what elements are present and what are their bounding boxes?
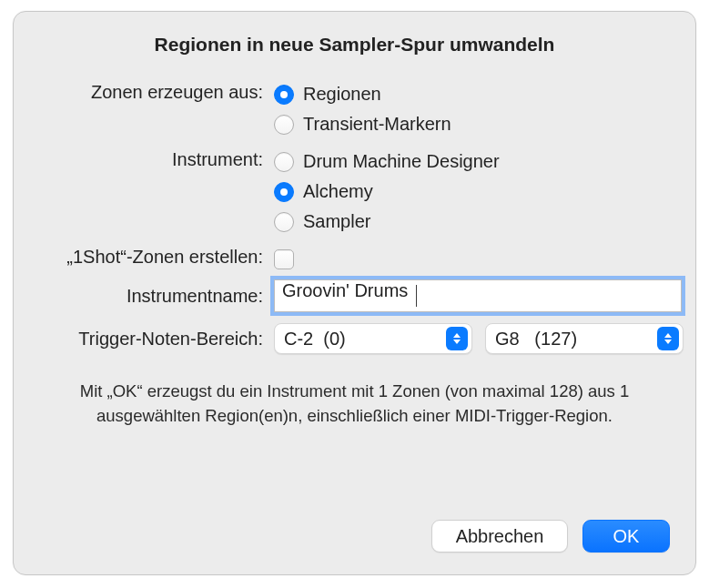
trigger-range-low-value: C-2 (0)	[284, 329, 446, 350]
text-caret-icon	[416, 285, 417, 307]
trigger-range-high-select[interactable]: G8 (127)	[485, 323, 684, 354]
chevron-up-down-icon	[657, 327, 679, 350]
radio-icon	[274, 212, 294, 232]
radio-option-dmd[interactable]: Drum Machine Designer	[274, 147, 670, 177]
radio-option-transients[interactable]: Transient-Markern	[274, 109, 670, 139]
instrument-name-input[interactable]: Groovin' Drums	[274, 279, 682, 312]
dialog: Regionen in neue Sampler-Spur umwandeln …	[13, 11, 696, 575]
instrument-name-value: Groovin' Drums	[280, 280, 408, 300]
trigger-range-high-value: G8 (127)	[495, 329, 657, 350]
radio-label-sampler: Sampler	[303, 211, 370, 232]
ok-button[interactable]: OK	[582, 520, 670, 553]
row-instrument: Instrument: Drum Machine Designer Alchem…	[39, 147, 670, 237]
radio-icon	[274, 115, 294, 135]
radio-option-sampler[interactable]: Sampler	[274, 207, 670, 237]
button-bar: Abbrechen OK	[431, 520, 670, 553]
dialog-title: Regionen in neue Sampler-Spur umwandeln	[39, 34, 670, 56]
radio-label-transients: Transient-Markern	[303, 114, 451, 135]
label-trigger-range: Trigger-Noten-Bereich:	[39, 329, 274, 350]
label-oneshot: „1Shot“-Zonen erstellen:	[39, 244, 274, 268]
label-instrument: Instrument:	[39, 147, 274, 170]
cancel-button[interactable]: Abbrechen	[431, 520, 568, 553]
radio-label-dmd: Drum Machine Designer	[303, 151, 500, 172]
row-trigger-range: Trigger-Noten-Bereich: C-2 (0) G8 (127)	[39, 323, 670, 354]
radio-option-alchemy[interactable]: Alchemy	[274, 177, 670, 207]
radio-label-regions: Regionen	[303, 84, 381, 105]
radio-label-alchemy: Alchemy	[303, 181, 373, 202]
radio-icon	[274, 85, 294, 105]
radio-option-regions[interactable]: Regionen	[274, 79, 670, 109]
form: Zonen erzeugen aus: Regionen Transient-M…	[39, 79, 670, 354]
chevron-up-down-icon	[446, 327, 468, 350]
row-instrument-name: Instrumentname: Groovin' Drums	[39, 279, 670, 312]
label-instrument-name: Instrumentname:	[39, 286, 274, 307]
label-zones-from: Zonen erzeugen aus:	[39, 79, 274, 103]
info-text: Mit „OK“ erzeugst du ein Instrument mit …	[39, 380, 670, 429]
row-oneshot: „1Shot“-Zonen erstellen:	[39, 244, 670, 274]
row-zones-from: Zonen erzeugen aus: Regionen Transient-M…	[39, 79, 670, 139]
oneshot-checkbox[interactable]	[274, 249, 294, 269]
radio-icon	[274, 182, 294, 202]
cancel-button-label: Abbrechen	[456, 526, 544, 547]
trigger-range-low-select[interactable]: C-2 (0)	[274, 323, 472, 354]
ok-button-label: OK	[613, 526, 640, 547]
radio-icon	[274, 152, 294, 172]
